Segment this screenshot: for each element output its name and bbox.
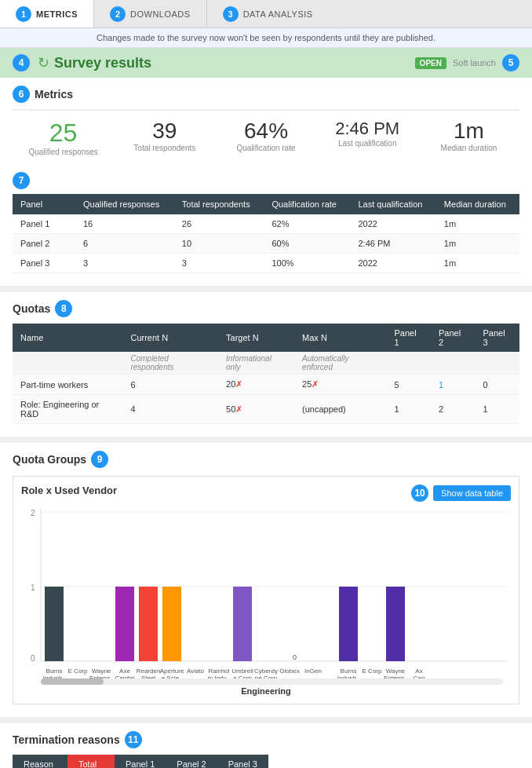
term-reason-header: Reason — [13, 755, 67, 768]
table-row: Role: Engineering or R&D 4 50✗ (uncapped… — [13, 395, 519, 424]
panel-col-header: Panel — [13, 194, 75, 214]
x-axis-label: Engineering — [21, 686, 511, 696]
quota-max-header: Max N — [294, 324, 386, 352]
termination-table: Reason Total Panel 1 Panel 2 Panel 3 Q3 … — [13, 755, 268, 768]
table-row: Part-time workers 6 20✗ 25✗ 5 1 0 — [13, 375, 519, 395]
svg-text:Ax: Ax — [415, 667, 422, 675]
soft-launch-label: Soft launch — [453, 58, 496, 68]
svg-text:Aperture: Aperture — [160, 667, 184, 675]
metric-last-qual: 2:46 PM Last qualification — [317, 111, 418, 164]
step8-badge: 8 — [55, 300, 72, 317]
status-open-badge: OPEN — [415, 57, 446, 69]
metric-value-median: 1m — [425, 119, 513, 144]
svg-rect-21 — [162, 587, 181, 661]
step4-badge: 4 — [13, 54, 30, 71]
svg-text:E Corp: E Corp — [363, 667, 382, 675]
svg-text:2: 2 — [31, 509, 35, 517]
top-nav: 1 METRICS 2 DOWNLOADS 3 DATA ANALYSIS — [0, 0, 532, 28]
quota-p3-header: Panel 3 — [475, 324, 519, 352]
quotas-title: Quotas — [13, 302, 50, 315]
median-col-header: Median duration — [436, 194, 519, 214]
quota-groups-section: Quota Groups 9 Role x Used Vendor 10 Sho… — [0, 443, 532, 717]
qual-rate-col-header: Qualification rate — [264, 194, 350, 214]
term-p2-header: Panel 2 — [166, 755, 217, 768]
step9-badge: 9 — [91, 451, 108, 468]
divider1 — [0, 286, 532, 292]
svg-text:0: 0 — [293, 653, 297, 661]
x-mark-1: ✗ — [235, 379, 242, 389]
svg-text:Rearden: Rearden — [137, 667, 161, 675]
quota-current-header: Current N — [122, 324, 218, 352]
metric-label-total: Total respondents — [120, 144, 209, 152]
term-total-header: Total — [67, 755, 115, 768]
svg-text:1: 1 — [31, 583, 35, 592]
x-mark-3: ✗ — [235, 404, 242, 414]
svg-rect-39 — [339, 587, 358, 661]
step6-badge: 6 — [13, 86, 30, 103]
scroll-thumb — [41, 678, 104, 685]
metric-label-last-qual: Last qualification — [323, 139, 412, 148]
metric-label-qualified: Qualified responses — [19, 148, 107, 156]
svg-rect-18 — [139, 587, 158, 661]
nav-step-downloads[interactable]: 2 DOWNLOADS — [94, 0, 207, 27]
svg-text:E Corp: E Corp — [68, 667, 88, 675]
term-p3-header: Panel 3 — [217, 755, 268, 768]
refresh-icon: ↻ — [38, 54, 49, 71]
metric-median: 1m Median duration — [418, 111, 519, 164]
quota-groups-title: Quota Groups — [13, 453, 86, 466]
nav-label-downloads: DOWNLOADS — [130, 9, 191, 19]
svg-rect-29 — [233, 587, 252, 661]
chart-area: 2 1 0 Burns Industr.. E Corp — [21, 504, 511, 685]
metric-value-last-qual: 2:46 PM — [323, 119, 412, 139]
svg-text:Burns: Burns — [46, 667, 63, 675]
metrics-row: 25 Qualified responses 39 Total responde… — [13, 109, 519, 164]
svg-text:Burns: Burns — [341, 667, 357, 675]
qualified-col-header: Qualified responses — [75, 194, 174, 214]
svg-rect-44 — [386, 587, 405, 661]
survey-title: Survey results — [54, 55, 151, 71]
nav-label-data-analysis: DATA ANALYSIS — [243, 9, 313, 19]
divider3 — [0, 717, 532, 723]
svg-text:InGen: InGen — [304, 667, 322, 675]
metric-total: 39 Total respondents — [114, 111, 215, 164]
panels-section: 7 Panel Qualified responses Total respon… — [0, 164, 532, 286]
chart-svg: 2 1 0 Burns Industr.. E Corp — [21, 504, 508, 669]
survey-header-row: 4 ↻ Survey results OPEN Soft launch 5 — [0, 48, 532, 78]
max-value-1: 25 — [302, 379, 312, 389]
chart-container: Role x Used Vendor 10 Show data table 2 … — [13, 476, 519, 704]
svg-rect-7 — [45, 587, 64, 661]
svg-text:0: 0 — [31, 654, 35, 663]
svg-rect-15 — [115, 587, 134, 661]
svg-text:Globex: Globex — [279, 667, 299, 675]
step5-badge: 5 — [502, 54, 519, 71]
panels-table: Panel Qualified responses Total responde… — [13, 194, 519, 273]
table-row: Panel 2 6 10 60% 2:46 PM 1m — [13, 234, 519, 254]
metric-label-rate: Qualification rate — [221, 144, 310, 152]
metrics-title: Metrics — [35, 88, 73, 101]
quota-p2-header: Panel 2 — [431, 324, 475, 352]
target-value-1: 20 — [226, 379, 235, 389]
info-bar: Changes made to the survey now won't be … — [0, 28, 532, 48]
quota-target-header: Target N — [218, 324, 294, 352]
nav-badge-2: 2 — [110, 6, 126, 22]
termination-section: Termination reasons 11 Reason Total Pane… — [0, 723, 532, 768]
info-message: Changes made to the survey now won't be … — [97, 33, 435, 42]
nav-badge-3: 3 — [223, 6, 239, 22]
metric-label-median: Median duration — [425, 144, 513, 152]
quota-name-header: Name — [13, 324, 122, 352]
svg-text:Wayne: Wayne — [386, 667, 406, 675]
table-row: Panel 1 16 26 62% 2022 1m — [13, 214, 519, 234]
quota-p1-header: Panel 1 — [387, 324, 431, 352]
nav-step-data-analysis[interactable]: 3 DATA ANALYSIS — [207, 0, 329, 27]
quota-sub-header: Completed respondents Informational only… — [13, 352, 519, 375]
svg-text:Wayne: Wayne — [92, 667, 111, 675]
nav-step-metrics[interactable]: 1 METRICS — [0, 0, 94, 27]
svg-text:Axe: Axe — [119, 667, 130, 675]
chart-scrollbar[interactable] — [41, 678, 503, 685]
quotas-section: Quotas 8 Name Current N Target N Max N P… — [0, 292, 532, 437]
divider2 — [0, 437, 532, 443]
metric-rate: 64% Qualification rate — [215, 111, 316, 164]
table-row: Panel 3 3 3 100% 2022 1m — [13, 254, 519, 273]
metric-value-rate: 64% — [221, 119, 310, 144]
show-data-table-button[interactable]: Show data table — [433, 485, 511, 501]
